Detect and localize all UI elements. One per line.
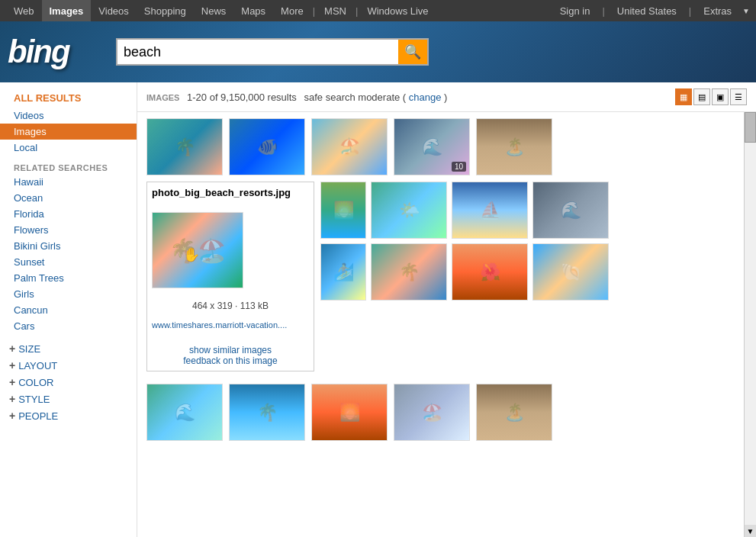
expanded-card: photo_big_beach_resorts.jpg 🌴🏖️ ✋ 464 x … bbox=[146, 182, 314, 371]
filter-style-label: STYLE bbox=[18, 394, 50, 405]
expanded-image[interactable]: 🌴🏖️ ✋ bbox=[152, 212, 243, 288]
nav-news[interactable]: News bbox=[194, 0, 234, 21]
image-thumb-8[interactable]: ⛵ bbox=[452, 182, 528, 239]
results-info: IMAGES 1-20 of 9,150,000 results safe se… bbox=[146, 92, 447, 103]
image-thumb-14[interactable]: 🌊 bbox=[146, 384, 223, 441]
sidebar-videos[interactable]: Videos bbox=[0, 108, 137, 124]
filter-layout[interactable]: + LAYOUT bbox=[0, 357, 137, 374]
change-link[interactable]: change bbox=[409, 92, 442, 103]
filter-style-icon: + bbox=[9, 393, 15, 405]
show-similar-link[interactable]: show similar images bbox=[152, 345, 309, 355]
related-sunset[interactable]: Sunset bbox=[0, 254, 137, 270]
feedback-on-image-link[interactable]: feedback on this image bbox=[152, 355, 309, 366]
logo-text: bing bbox=[8, 34, 69, 70]
image-thumb-6[interactable]: 🌅 bbox=[320, 182, 366, 239]
nav-videos[interactable]: Videos bbox=[91, 0, 137, 21]
image-thumb-4[interactable]: 🌊 10 bbox=[394, 118, 470, 175]
nav-maps[interactable]: Maps bbox=[233, 0, 273, 21]
image-thumb-17[interactable]: 🏖️ bbox=[394, 384, 470, 441]
nav-msn[interactable]: MSN bbox=[317, 0, 354, 21]
main-content: IMAGES 1-20 of 9,150,000 results safe se… bbox=[137, 82, 756, 537]
related-hawaii[interactable]: Hawaii bbox=[0, 174, 137, 190]
related-cancun[interactable]: Cancun bbox=[0, 302, 137, 318]
related-ocean[interactable]: Ocean bbox=[0, 190, 137, 206]
view-list-icon[interactable]: ▣ bbox=[712, 88, 729, 105]
image-thumb-1[interactable]: 🌴 bbox=[146, 118, 223, 175]
scroll-down-btn[interactable]: ▼ bbox=[745, 525, 756, 537]
sidebar-section-nav: Videos Images Local bbox=[0, 108, 137, 156]
image-thumb-10[interactable]: 🏄 bbox=[320, 243, 366, 301]
image-thumb-11[interactable]: 🌴 bbox=[371, 243, 447, 301]
image-thumb-5[interactable]: 🏝️ bbox=[476, 118, 552, 175]
image-thumb-2[interactable]: 🐠 bbox=[229, 118, 305, 175]
images-label: IMAGES bbox=[146, 93, 179, 102]
image-thumb-3[interactable]: 🏖️ bbox=[311, 118, 388, 175]
nav-sep-1: | bbox=[313, 5, 315, 17]
bing-logo: bing bbox=[8, 34, 107, 70]
image-thumb-16[interactable]: 🌅 bbox=[311, 384, 388, 441]
filter-size[interactable]: + SIZE bbox=[0, 340, 137, 357]
side-row-2: 🏄 🌴 🌺 🐚 bbox=[320, 243, 609, 301]
filter-style[interactable]: + STYLE bbox=[0, 391, 137, 407]
expanded-filename: photo_big_beach_resorts.jpg bbox=[152, 187, 309, 198]
view-grid-icon[interactable]: ▦ bbox=[675, 88, 692, 105]
nav-more[interactable]: More bbox=[273, 0, 311, 21]
sidebar-images[interactable]: Images bbox=[0, 124, 137, 140]
nav-windowslive[interactable]: Windows Live bbox=[359, 0, 436, 21]
expanded-url[interactable]: www.timeshares.marriott-vacation.... bbox=[152, 320, 309, 330]
view-icons: ▦ ▤ ▣ ☰ bbox=[675, 88, 747, 105]
nav-right: Sign in | United States | Extras ▼ bbox=[552, 5, 750, 17]
filter-size-icon: + bbox=[9, 342, 15, 355]
image-thumb-9[interactable]: 🌊 bbox=[532, 182, 609, 239]
image-thumb-18[interactable]: 🏝️ bbox=[476, 384, 552, 441]
related-flowers[interactable]: Flowers bbox=[0, 222, 137, 238]
sign-in-link[interactable]: Sign in bbox=[552, 5, 598, 17]
nav-sep-4: | bbox=[689, 5, 691, 17]
sidebar-related: RELATED SEARCHES Hawaii Ocean Florida Fl… bbox=[0, 159, 137, 334]
search-icon: 🔍 bbox=[404, 43, 421, 60]
scrollbar-thumb[interactable] bbox=[745, 112, 756, 143]
sidebar-local[interactable]: Local bbox=[0, 140, 137, 156]
body: ALL RESULTS Videos Images Local RELATED … bbox=[0, 82, 756, 537]
search-area: 🔍 bbox=[116, 38, 748, 66]
expanded-inner: 🌴🏖️ ✋ bbox=[152, 212, 309, 288]
related-florida[interactable]: Florida bbox=[0, 206, 137, 222]
image-thumb-12[interactable]: 🌺 bbox=[452, 243, 528, 301]
related-bikini-girls[interactable]: Bikini Girls bbox=[0, 238, 137, 254]
nav-shopping[interactable]: Shopping bbox=[137, 0, 194, 21]
filter-color-icon: + bbox=[9, 376, 15, 388]
filter-color[interactable]: + COLOR bbox=[0, 374, 137, 391]
images-row-3: 🌊 🌴 🌅 🏖️ 🏝️ bbox=[146, 384, 735, 441]
filter-color-label: COLOR bbox=[18, 377, 53, 388]
related-palm-trees[interactable]: Palm Trees bbox=[0, 270, 137, 286]
country-selector[interactable]: United States bbox=[610, 5, 684, 17]
image-thumb-7[interactable]: 🌤️ bbox=[371, 182, 447, 239]
filter-people-label: PEOPLE bbox=[18, 410, 58, 422]
search-button[interactable]: 🔍 bbox=[398, 38, 429, 66]
paren-close: ) bbox=[444, 92, 447, 103]
filter-people-icon: + bbox=[9, 410, 15, 422]
card-actions: show similar images feedback on this ima… bbox=[152, 345, 309, 366]
related-searches-title: RELATED SEARCHES bbox=[0, 159, 137, 174]
sidebar: ALL RESULTS Videos Images Local RELATED … bbox=[0, 82, 137, 537]
related-cars[interactable]: Cars bbox=[0, 318, 137, 334]
header: bing 🔍 bbox=[0, 21, 756, 82]
search-input[interactable] bbox=[116, 38, 398, 66]
view-detail-icon[interactable]: ☰ bbox=[730, 88, 747, 105]
filter-people[interactable]: + PEOPLE bbox=[0, 407, 137, 424]
filter-size-label: SIZE bbox=[18, 343, 40, 355]
images-area: 🌴 🐠 🏖️ 🌊 10 🏝️ bbox=[137, 112, 744, 537]
view-medium-icon[interactable]: ▤ bbox=[693, 88, 710, 105]
scrollbar[interactable]: ▼ bbox=[744, 112, 756, 537]
safe-search-text: safe search moderate bbox=[304, 92, 400, 103]
nav-images[interactable]: Images bbox=[42, 0, 92, 21]
images-row-1: 🌴 🐠 🏖️ 🌊 10 🏝️ bbox=[146, 118, 735, 175]
paren-open: ( bbox=[403, 92, 406, 103]
nav-web[interactable]: Web bbox=[6, 0, 42, 21]
related-girls[interactable]: Girls bbox=[0, 286, 137, 302]
sidebar-all-results[interactable]: ALL RESULTS bbox=[0, 88, 137, 108]
image-thumb-15[interactable]: 🌴 bbox=[229, 384, 305, 441]
filter-layout-label: LAYOUT bbox=[18, 360, 57, 371]
image-thumb-13[interactable]: 🐚 bbox=[532, 243, 609, 301]
extras-menu[interactable]: Extras bbox=[696, 5, 739, 17]
